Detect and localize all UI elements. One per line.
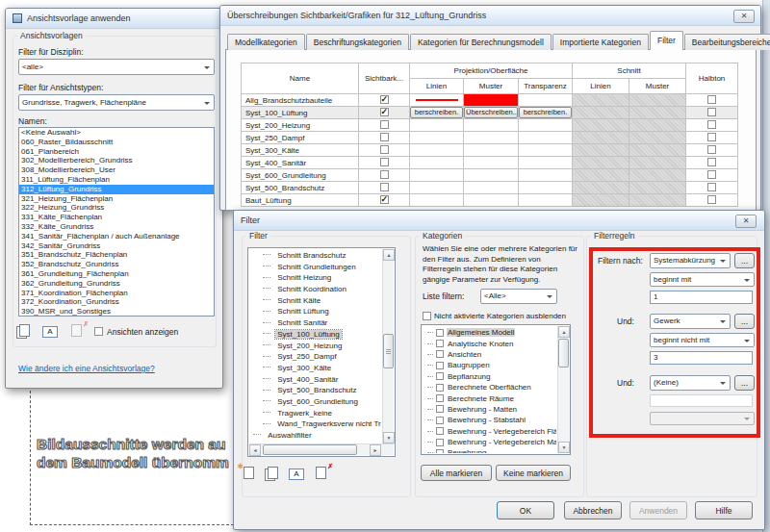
table-row[interactable]: Syst_400_Sanitär berschreiben. Überschre… xyxy=(242,157,738,169)
duplicate-filter-icon[interactable] xyxy=(265,467,282,482)
halbton-cell[interactable] xyxy=(686,157,738,169)
category-item[interactable]: Bewehrung - xyxy=(423,447,556,453)
visibility-checkbox[interactable] xyxy=(380,145,389,154)
transparency-cell[interactable]: berschreiben. xyxy=(519,182,573,194)
rename-view-template-icon[interactable]: A xyxy=(42,324,60,340)
category-item[interactable]: Bepflanzung xyxy=(423,371,556,382)
visibility-checkbox[interactable] xyxy=(380,108,389,116)
rule3-field-combo[interactable]: (Keine) xyxy=(650,375,731,391)
view-template-list-item[interactable]: 321_Heizung_Flächenplan xyxy=(19,194,214,204)
hide-unchecked-checkbox[interactable] xyxy=(423,312,431,320)
halbton-cell[interactable] xyxy=(686,182,738,194)
visibility-cell[interactable] xyxy=(359,194,410,207)
table-row[interactable]: Syst_250_Dampf berschreiben. Überschreib… xyxy=(242,132,738,144)
view-template-list-item[interactable]: 308_Modellierbereich_User xyxy=(19,165,214,175)
visibility-cell[interactable] xyxy=(359,107,410,119)
scroll-right-icon[interactable]: ► xyxy=(370,444,381,456)
table-row[interactable]: Syst_500_Brandschutz berschreiben. Übers… xyxy=(242,182,738,194)
projection-pattern-cell[interactable]: Überschreiben.. xyxy=(464,182,519,194)
category-item[interactable]: Bewehrung - Verlegebereich Flä xyxy=(423,426,556,437)
projection-lines-cell[interactable]: berschreiben. xyxy=(410,132,464,144)
close-icon[interactable]: ✕ xyxy=(735,215,757,228)
override-transparency-button[interactable]: berschreiben. xyxy=(519,107,572,118)
view-template-list-item[interactable]: 311_Lüftung_Flächenplan xyxy=(19,175,214,185)
projection-pattern-cell[interactable]: Überschreiben.. xyxy=(464,132,519,144)
projection-pattern-cell[interactable]: Überschreiben.. xyxy=(464,119,519,132)
help-button[interactable]: Hilfe xyxy=(695,501,753,519)
rule1-operator-combo[interactable]: beginnt mit xyxy=(650,272,755,287)
view-template-list-item[interactable]: <Keine Auswahl> xyxy=(19,128,214,138)
list-filter-combo[interactable]: <Alle> xyxy=(480,289,557,304)
rule1-field-combo[interactable]: Systemabkürzung xyxy=(650,253,731,268)
halbton-checkbox[interactable] xyxy=(707,170,716,179)
filter-tree-item[interactable]: Schnitt Koordination xyxy=(249,284,381,295)
override-pattern-button[interactable]: Überschreiben.. xyxy=(464,107,518,118)
visibility-checkbox[interactable] xyxy=(380,195,389,204)
category-checkbox[interactable] xyxy=(436,362,444,369)
rule3-more-button[interactable]: ... xyxy=(734,375,755,391)
filter-tree-item[interactable]: Schnitt Brandschutz xyxy=(249,250,381,262)
table-row[interactable]: Allg_Brandschutzbauteile berschreiben. Ü… xyxy=(242,94,738,107)
view-template-names-list[interactable]: <Keine Auswahl> 060_Raster_Bildausschnit… xyxy=(18,127,215,317)
view-template-list-item[interactable]: 061_Planbereich xyxy=(19,147,214,157)
filter-tree-item[interactable]: Syst_100_Lüftung xyxy=(249,329,381,341)
filter-tree-item[interactable]: Syst_400_Sanitär xyxy=(249,374,381,386)
visibility-checkbox[interactable] xyxy=(380,183,389,191)
discipline-filter-combo[interactable]: <alle> xyxy=(18,59,215,75)
halbton-checkbox[interactable] xyxy=(707,120,716,129)
table-row[interactable]: Syst_300_Kälte berschreiben. Überschreib… xyxy=(242,144,738,157)
projection-pattern-cell[interactable]: Überschreiben.. xyxy=(464,144,519,157)
dialog-titlebar[interactable]: Ansichtsvorlage anwenden xyxy=(6,9,222,29)
scroll-down-icon[interactable]: ▼ xyxy=(558,442,570,453)
delete-view-template-icon[interactable]: ✗ xyxy=(68,324,86,340)
projection-lines-cell[interactable]: berschreiben. xyxy=(410,169,464,182)
rule2-operator-combo[interactable]: beginnt nicht mit xyxy=(650,333,755,347)
projection-pattern-cell[interactable]: Überschreiben.. xyxy=(464,157,519,169)
view-template-list-item[interactable]: 372_Koordination_Grundriss xyxy=(19,297,214,307)
category-item[interactable]: Berechnete Oberflächen xyxy=(423,382,556,393)
projection-pattern-cell[interactable]: Überschreiben.. xyxy=(464,169,519,182)
tree-hscroll-thumb[interactable] xyxy=(263,444,357,455)
visibility-cell[interactable] xyxy=(359,144,410,157)
viewtype-filter-combo[interactable]: Grundrisse, Tragwerk, Flächenpläne xyxy=(18,94,215,111)
category-checkbox[interactable] xyxy=(436,372,444,380)
filter-tree-item[interactable]: Schnitt Sanitär xyxy=(249,317,381,329)
override-lines-button[interactable]: berschreiben. xyxy=(410,107,463,118)
view-template-list-item[interactable]: 331_Kälte_Flächenplan xyxy=(19,213,214,222)
filter-tree-item[interactable]: Syst_300_Kälte xyxy=(249,363,381,374)
filter-tree-item[interactable]: Syst_250_Dampf xyxy=(249,351,381,363)
scroll-down-icon[interactable]: ▼ xyxy=(383,432,395,443)
cancel-button[interactable]: Abbrechen xyxy=(564,501,622,519)
transparency-cell[interactable]: berschreiben. xyxy=(519,119,573,132)
halbton-checkbox[interactable] xyxy=(707,145,716,154)
rename-filter-icon[interactable]: A xyxy=(289,467,306,482)
category-item[interactable]: Berechnete Räume xyxy=(423,393,556,403)
filter-tree-item[interactable]: Schnitt Grundleitungen xyxy=(249,262,381,273)
halbton-cell[interactable] xyxy=(686,194,738,207)
transparency-cell[interactable]: berschreiben. xyxy=(519,94,573,107)
view-template-list-item[interactable]: 060_Raster_Bildausschnitt xyxy=(19,138,214,147)
rule1-value-input[interactable]: 1 xyxy=(650,291,753,304)
dialog-titlebar[interactable]: Überschreibungen Sichtbarkeit/Grafiken f… xyxy=(220,6,760,26)
category-checkbox[interactable] xyxy=(436,449,444,453)
check-none-button[interactable]: Keine markieren xyxy=(496,465,571,481)
visibility-checkbox[interactable] xyxy=(380,95,389,104)
halbton-checkbox[interactable] xyxy=(707,133,716,141)
transparency-cell[interactable]: berschreiben. xyxy=(519,157,573,169)
dialog-tab[interactable]: Beschriftungskategorien xyxy=(306,34,409,50)
category-checkbox[interactable] xyxy=(436,340,444,347)
dialog-titlebar[interactable]: Filter xyxy=(234,211,764,231)
view-template-list-item[interactable]: 352_Brandschutz_Grundriss xyxy=(19,260,214,269)
delete-filter-icon[interactable]: ✗ xyxy=(313,467,330,482)
categories-scroll-thumb[interactable] xyxy=(558,339,569,367)
category-checkbox[interactable] xyxy=(436,329,444,337)
view-template-list-item[interactable]: 302_Modellierbereich_Grundriss xyxy=(19,156,214,165)
transparency-cell[interactable]: berschreiben. xyxy=(519,144,573,157)
category-checkbox[interactable] xyxy=(436,394,444,402)
halbton-cell[interactable] xyxy=(686,144,738,157)
transparency-cell[interactable]: berschreiben. xyxy=(519,169,573,182)
table-row[interactable]: Syst_200_Heizung berschreiben. Überschre… xyxy=(242,119,738,132)
projection-lines-cell[interactable]: berschreiben. xyxy=(410,182,464,194)
categories-list[interactable]: Allgemeines Modell Analytische Knoten An… xyxy=(421,324,571,455)
check-all-button[interactable]: Alle markieren xyxy=(421,465,492,481)
